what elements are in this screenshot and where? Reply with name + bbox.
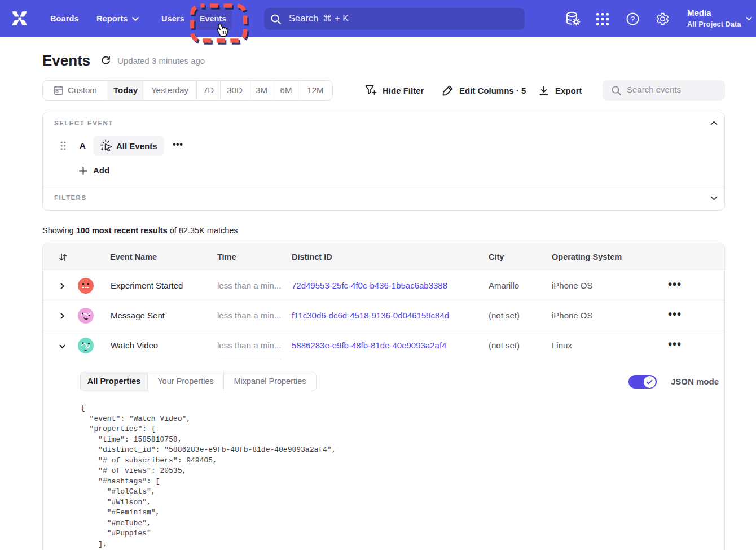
svg-text:?: ? <box>631 15 635 23</box>
